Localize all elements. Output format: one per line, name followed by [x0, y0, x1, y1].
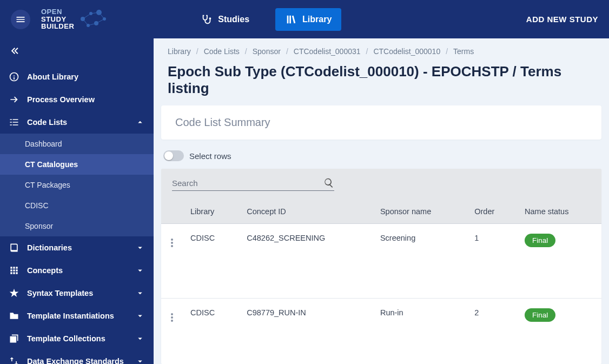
breadcrumb-item[interactable]: CTCodelist_000010 [373, 47, 440, 56]
code-list-summary-card[interactable]: Code List Summary [161, 105, 601, 140]
library-icon [285, 14, 297, 25]
sidebar-item-dictionaries[interactable]: Dictionaries [0, 236, 154, 259]
chevron-down-icon [135, 288, 145, 298]
sidebar-item-data-exchange[interactable]: Data Exchange Standards [0, 350, 154, 364]
chevron-down-icon [135, 311, 145, 321]
cell-sponsor_name: Run-in [373, 299, 467, 365]
logo-graphic-icon [77, 8, 110, 30]
table-header: Library [183, 200, 239, 224]
cell-library: CDISC [183, 299, 239, 365]
menu-toggle-button[interactable] [11, 10, 30, 29]
book-icon [9, 242, 19, 253]
sidebar-item-label: About Library [27, 72, 145, 81]
logo-text-study: STUDY [41, 16, 74, 23]
add-new-study-button[interactable]: ADD NEW STUDY [526, 15, 598, 24]
breadcrumb-item[interactable]: Code Lists [204, 47, 240, 56]
sidebar-item-label: Code Lists [27, 118, 128, 127]
sidebar-item-label: Data Exchange Standards [27, 357, 128, 364]
sidebar-item-label: Syntax Templates [27, 289, 128, 297]
sidebar-item-label: Template Collections [27, 334, 128, 343]
chevron-down-icon [135, 356, 145, 364]
sidebar-item-label: Dictionaries [27, 243, 128, 252]
sidebar-sub-dashboard[interactable]: Dashboard [0, 134, 154, 154]
svg-line-6 [83, 14, 91, 19]
sidebar-sub-ct-packages[interactable]: CT Packages [0, 175, 154, 195]
breadcrumb-item[interactable]: Sponsor [253, 47, 281, 56]
breadcrumb-separator: / [446, 47, 448, 56]
sidebar-item-about[interactable]: About Library [0, 65, 154, 88]
chevron-up-icon [135, 117, 145, 127]
arrow-right-icon [9, 94, 19, 105]
table-row: CDISCC48262_SCREENINGScreening1Final [161, 224, 601, 299]
row-actions-button[interactable] [169, 311, 175, 324]
sidebar-item-label: Concepts [27, 266, 128, 275]
cards-icon [9, 333, 19, 344]
sidebar-collapse-button[interactable] [0, 38, 154, 65]
svg-line-8 [99, 12, 104, 19]
chevron-down-icon [135, 266, 145, 275]
sidebar-sub-sponsor[interactable]: Sponsor [0, 216, 154, 236]
sidebar-item-template-coll[interactable]: Template Collections [0, 327, 154, 350]
breadcrumb-separator: / [286, 47, 288, 56]
app-logo: OPEN STUDY BUILDER [41, 8, 110, 30]
sidebar-sub-label: Sponsor [25, 222, 53, 230]
sidebar-item-process[interactable]: Process Overview [0, 88, 154, 111]
summary-label: Code List Summary [175, 116, 270, 128]
svg-line-11 [83, 19, 88, 25]
sidebar-sub-cdisc[interactable]: CDISC [0, 195, 154, 216]
breadcrumb-item[interactable]: Library [168, 47, 191, 56]
nav-library[interactable]: Library [275, 8, 341, 31]
grid-icon [9, 265, 19, 276]
swap-icon [9, 356, 19, 364]
breadcrumb-separator: / [366, 47, 368, 56]
stethoscope-icon [201, 14, 213, 25]
chevron-down-icon [135, 334, 145, 343]
sidebar-item-template-inst[interactable]: Template Instantiations [0, 305, 154, 327]
logo-text-open: OPEN [41, 8, 62, 16]
nav-studies[interactable]: Studies [191, 8, 259, 31]
table-header: Sponsor name [373, 200, 467, 224]
nav-library-label: Library [302, 15, 332, 24]
cell-name-status: Final [517, 224, 601, 299]
chevron-down-icon [135, 243, 145, 253]
search-icon[interactable] [323, 177, 334, 188]
sidebar-sub-label: Dashboard [25, 140, 62, 148]
search-input[interactable] [172, 178, 323, 188]
sidebar-sub-label: CT Catalogues [25, 160, 78, 169]
select-rows-label: Select rows [189, 151, 231, 161]
sidebar-item-syntax[interactable]: Syntax Templates [0, 282, 154, 305]
breadcrumb-separator: / [245, 47, 247, 56]
logo-text-builder: BUILDER [41, 23, 74, 30]
sidebar-sub-ct-catalogues[interactable]: CT Catalogues [0, 154, 154, 175]
breadcrumb: Library/Code Lists/Sponsor/CTCodelist_00… [154, 38, 609, 60]
sidebar-item-label: Process Overview [27, 95, 145, 104]
cell-concept_id: C48262_SCREENING [239, 224, 373, 299]
table-header: Order [467, 200, 517, 224]
star-icon [9, 288, 19, 299]
cell-order: 1 [467, 224, 517, 299]
cell-name-status: Final [517, 299, 601, 365]
folder-icon [9, 310, 19, 321]
table-header [161, 200, 183, 224]
sidebar-item-concepts[interactable]: Concepts [0, 259, 154, 282]
row-actions-button[interactable] [169, 236, 175, 249]
svg-line-9 [96, 19, 104, 23]
sidebar-sub-label: CT Packages [25, 181, 70, 189]
table-header: Concept ID [239, 200, 373, 224]
table-header: Name status [517, 200, 601, 224]
cell-order: 2 [467, 299, 517, 365]
breadcrumb-item[interactable]: CTCodelist_000031 [294, 47, 361, 56]
select-rows-toggle[interactable] [163, 150, 184, 161]
info-icon [9, 71, 19, 82]
breadcrumb-item[interactable]: Terms [453, 47, 474, 56]
cell-library: CDISC [183, 224, 239, 299]
sidebar-item-codelists[interactable]: Code Lists [0, 111, 154, 134]
page-title: Epoch Sub Type (CTCodelist_000010) - EPO… [154, 60, 609, 105]
status-badge: Final [525, 308, 555, 322]
list-icon [9, 117, 19, 128]
sidebar-item-label: Template Instantiations [27, 312, 128, 320]
hamburger-icon [15, 14, 26, 25]
nav-studies-label: Studies [218, 15, 249, 24]
sidebar-sub-label: CDISC [25, 201, 49, 210]
status-badge: Final [525, 234, 555, 247]
